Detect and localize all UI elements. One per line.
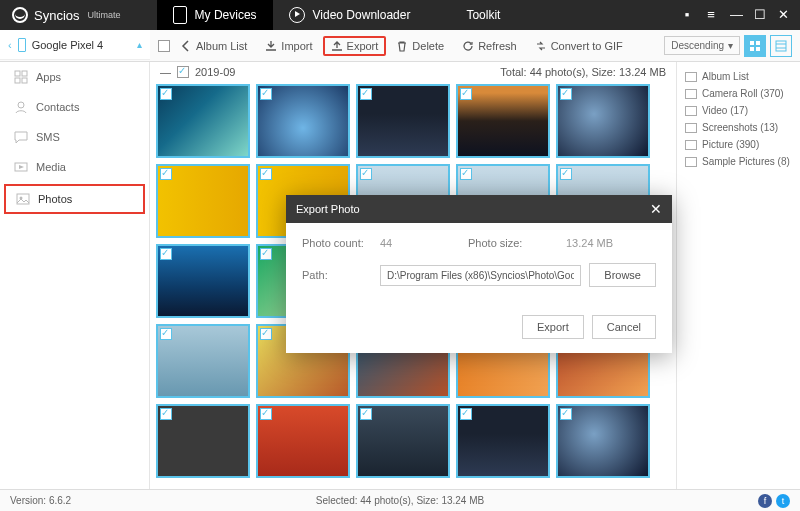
dialog-close-button[interactable]: ✕	[650, 201, 662, 217]
trash-icon	[396, 40, 408, 52]
thumb-checkbox[interactable]	[360, 168, 372, 180]
image-icon	[685, 123, 697, 133]
app-logo: Syncios Ultimate	[0, 7, 133, 23]
message-icon[interactable]: ▪	[682, 10, 692, 20]
photos-icon	[16, 192, 30, 206]
sidebar-item-sms[interactable]: SMS	[0, 122, 149, 152]
top-nav: My Devices Video Downloader Toolkit	[157, 0, 517, 30]
maximize-button[interactable]: ☐	[754, 10, 764, 20]
photo-thumb[interactable]	[156, 404, 250, 478]
sidebar-item-media[interactable]: Media	[0, 152, 149, 182]
twitter-icon[interactable]: t	[776, 494, 790, 508]
thumb-checkbox[interactable]	[160, 248, 172, 260]
nav-toolkit[interactable]: Toolkit	[426, 0, 516, 30]
thumb-checkbox[interactable]	[260, 408, 272, 420]
nav-my-devices[interactable]: My Devices	[157, 0, 273, 30]
video-icon	[685, 106, 697, 116]
thumb-checkbox[interactable]	[560, 168, 572, 180]
album-video[interactable]: Video (17)	[681, 102, 796, 119]
export-button[interactable]: Export	[323, 36, 387, 56]
thumb-checkbox[interactable]	[160, 328, 172, 340]
import-button[interactable]: Import	[257, 36, 320, 56]
photo-thumb[interactable]	[556, 404, 650, 478]
photo-thumb[interactable]	[156, 84, 250, 158]
delete-button[interactable]: Delete	[388, 36, 452, 56]
svg-point-9	[18, 102, 24, 108]
sidebar-item-photos[interactable]: Photos	[4, 184, 145, 214]
thumb-checkbox[interactable]	[560, 408, 572, 420]
svg-rect-0	[750, 41, 754, 45]
thumb-checkbox[interactable]	[160, 168, 172, 180]
phone-icon	[173, 6, 187, 24]
nav-label: Toolkit	[466, 8, 500, 22]
path-input[interactable]	[380, 265, 581, 286]
thumb-checkbox[interactable]	[260, 88, 272, 100]
app-edition: Ultimate	[88, 10, 121, 20]
photo-thumb[interactable]	[256, 404, 350, 478]
convert-gif-button[interactable]: Convert to GIF	[527, 36, 631, 56]
device-selector[interactable]: ‹ Google Pixel 4 ▴	[0, 30, 150, 60]
dialog-header[interactable]: Export Photo ✕	[286, 195, 672, 223]
thumb-checkbox[interactable]	[460, 88, 472, 100]
thumb-checkbox[interactable]	[360, 408, 372, 420]
thumb-checkbox[interactable]	[160, 88, 172, 100]
convert-icon	[535, 40, 547, 52]
group-checkbox[interactable]: ✓	[177, 66, 189, 78]
view-grid-button[interactable]	[744, 35, 766, 57]
apps-icon	[14, 70, 28, 84]
album-panel: Album List Camera Roll (370) Video (17) …	[676, 62, 800, 489]
nav-label: Video Downloader	[313, 8, 411, 22]
sidebar-item-apps[interactable]: Apps	[0, 62, 149, 92]
photo-thumb[interactable]	[156, 244, 250, 318]
thumb-checkbox[interactable]	[460, 408, 472, 420]
photo-thumb[interactable]	[256, 84, 350, 158]
group-header: — ✓ 2019-09 Total: 44 photo(s), Size: 13…	[150, 62, 676, 82]
sidebar-item-contacts[interactable]: Contacts	[0, 92, 149, 122]
album-picture[interactable]: Picture (390)	[681, 136, 796, 153]
view-list-button[interactable]	[770, 35, 792, 57]
album-screenshots[interactable]: Screenshots (13)	[681, 119, 796, 136]
title-bar: Syncios Ultimate My Devices Video Downlo…	[0, 0, 800, 30]
nav-video-downloader[interactable]: Video Downloader	[273, 0, 427, 30]
photo-thumb[interactable]	[356, 84, 450, 158]
play-icon	[289, 7, 305, 23]
album-list-button[interactable]: Album List	[172, 36, 255, 56]
group-summary: Total: 44 photo(s), Size: 13.24 MB	[500, 66, 666, 78]
thumb-checkbox[interactable]	[260, 168, 272, 180]
thumb-checkbox[interactable]	[460, 168, 472, 180]
export-icon	[331, 40, 343, 52]
browse-button[interactable]: Browse	[589, 263, 656, 287]
thumb-checkbox[interactable]	[260, 328, 272, 340]
photo-thumb[interactable]	[556, 84, 650, 158]
photo-thumb[interactable]	[456, 84, 550, 158]
album-sample-pictures[interactable]: Sample Pictures (8)	[681, 153, 796, 170]
thumb-checkbox[interactable]	[160, 408, 172, 420]
thumb-checkbox[interactable]	[360, 88, 372, 100]
cancel-button[interactable]: Cancel	[592, 315, 656, 339]
export-photo-dialog: Export Photo ✕ Photo count: 44 Photo siz…	[286, 195, 672, 353]
sidebar: Apps Contacts SMS Media Photos	[0, 62, 150, 489]
photo-thumb[interactable]	[456, 404, 550, 478]
refresh-button[interactable]: Refresh	[454, 36, 525, 56]
album-camera-roll[interactable]: Camera Roll (370)	[681, 85, 796, 102]
sms-icon	[14, 130, 28, 144]
photo-thumb[interactable]	[156, 164, 250, 238]
minimize-button[interactable]: —	[730, 10, 740, 20]
thumb-checkbox[interactable]	[560, 88, 572, 100]
status-bar: Version: 6.6.2 Selected: 44 photo(s), Si…	[0, 489, 800, 511]
collapse-toggle[interactable]: —	[160, 66, 171, 78]
path-label: Path:	[302, 269, 372, 281]
export-confirm-button[interactable]: Export	[522, 315, 584, 339]
facebook-icon[interactable]: f	[758, 494, 772, 508]
chevron-down-icon: ▾	[728, 40, 733, 51]
select-all-checkbox[interactable]	[158, 40, 170, 52]
album-list-header[interactable]: Album List	[681, 68, 796, 85]
photo-thumb[interactable]	[156, 324, 250, 398]
menu-icon[interactable]: ≡	[706, 10, 716, 20]
close-button[interactable]: ✕	[778, 10, 788, 20]
thumb-checkbox[interactable]	[260, 248, 272, 260]
svg-rect-5	[15, 71, 20, 76]
sort-dropdown[interactable]: Descending ▾	[664, 36, 740, 55]
photo-thumb[interactable]	[356, 404, 450, 478]
photo-count-value: 44	[380, 237, 460, 249]
